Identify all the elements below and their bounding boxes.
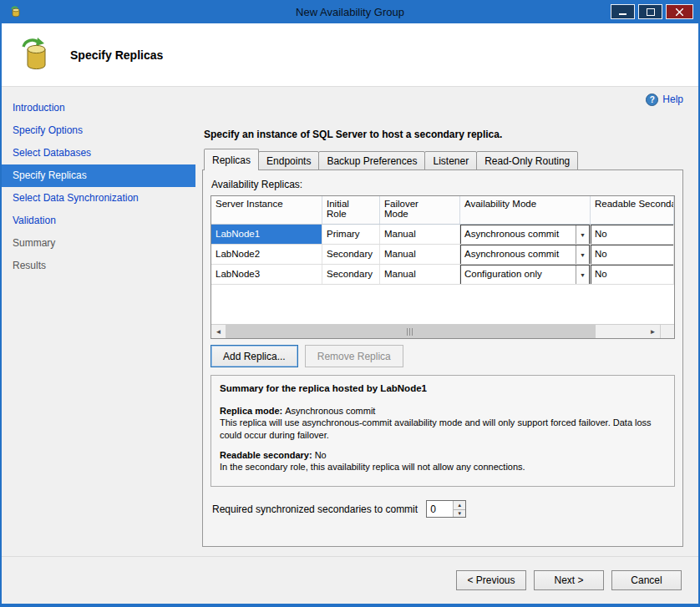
- availability-mode-combo[interactable]: Configuration only ▼: [460, 265, 590, 284]
- close-button[interactable]: [666, 4, 693, 19]
- window-title: New Availability Group: [2, 6, 698, 18]
- maximize-icon: [647, 8, 655, 16]
- tab-read-only-routing[interactable]: Read-Only Routing: [476, 151, 578, 170]
- chevron-down-icon[interactable]: ▼: [576, 225, 589, 244]
- maximize-button[interactable]: [638, 4, 662, 19]
- h-scrollbar[interactable]: ◄ ►: [211, 324, 674, 338]
- add-replica-button[interactable]: Add Replica...: [211, 345, 298, 367]
- minimize-icon: [619, 8, 626, 16]
- spinner-up-icon[interactable]: ▲: [454, 501, 465, 509]
- required-secondaries-row: Required synchronized secondaries to com…: [212, 500, 675, 518]
- column-header-server-instance[interactable]: Server Instance: [211, 196, 322, 224]
- table-row[interactable]: LabNode2 Secondary Manual Asynchronous c…: [211, 245, 674, 265]
- sidebar-item-introduction[interactable]: Introduction: [2, 97, 195, 119]
- new-availability-group-window: New Availability Group Specify Replicas …: [0, 0, 700, 607]
- main-content: ? Help Specify an instance of SQL Server…: [195, 87, 698, 556]
- combo-value: Asynchronous commit: [461, 245, 576, 264]
- wizard-body: Introduction Specify Options Select Data…: [2, 87, 698, 556]
- remove-replica-button: Remove Replica: [305, 345, 403, 367]
- cell-initial-role[interactable]: Secondary: [322, 265, 380, 284]
- window-controls: [611, 4, 693, 19]
- chevron-down-icon[interactable]: ▼: [576, 245, 589, 264]
- cancel-button[interactable]: Cancel: [611, 570, 682, 590]
- tab-endpoints[interactable]: Endpoints: [258, 151, 319, 170]
- scroll-track[interactable]: [226, 325, 646, 338]
- readable-secondary-combo[interactable]: No ▼: [591, 265, 674, 284]
- scroll-thumb-grip-icon: [407, 328, 413, 336]
- cell-initial-role[interactable]: Secondary: [322, 245, 380, 264]
- replica-mode-description: This replica will use asynchronous-commi…: [220, 417, 666, 441]
- scroll-thumb[interactable]: [226, 325, 596, 338]
- replicas-tab-panel: Availability Replicas: Server Instance I…: [202, 169, 683, 547]
- wizard-header: Specify Replicas: [2, 23, 698, 87]
- availability-group-icon: [17, 36, 55, 74]
- instruction-text: Specify an instance of SQL Server to hos…: [204, 129, 683, 140]
- replica-buttons-row: Add Replica... Remove Replica: [211, 345, 675, 367]
- cell-server-instance[interactable]: LabNode2: [211, 245, 322, 264]
- readable-secondary-combo[interactable]: No ▼: [591, 245, 674, 264]
- grid-rows: LabNode1 Primary Manual Asynchronous com…: [211, 225, 674, 324]
- readable-secondary-combo[interactable]: No ▼: [591, 225, 674, 244]
- replicas-grid: Server Instance Initial Role Failover Mo…: [211, 195, 675, 339]
- column-header-availability-mode[interactable]: Availability Mode: [460, 196, 591, 224]
- summary-title: Summary for the replica hosted by LabNod…: [220, 382, 666, 395]
- sidebar-item-results: Results: [2, 255, 195, 277]
- readable-secondary-line: Readable secondary:No: [220, 449, 666, 461]
- sidebar-item-summary: Summary: [2, 232, 195, 255]
- replica-mode-value: Asynchronous commit: [285, 406, 375, 416]
- cell-availability-mode: Configuration only ▼: [460, 265, 591, 284]
- combo-value: No: [591, 245, 674, 264]
- required-secondaries-spinner[interactable]: ▲ ▼: [426, 500, 466, 518]
- cell-availability-mode: Asynchronous commit ▼: [460, 225, 591, 244]
- next-button[interactable]: Next >: [534, 570, 604, 590]
- sidebar-item-specify-options[interactable]: Specify Options: [2, 119, 195, 142]
- sidebar-item-select-data-sync[interactable]: Select Data Synchronization: [2, 187, 195, 210]
- close-icon: [676, 8, 683, 16]
- replica-mode-label: Replica mode:: [220, 406, 282, 416]
- sidebar-item-select-databases[interactable]: Select Databases: [2, 142, 195, 164]
- readable-secondary-label: Readable secondary:: [220, 450, 312, 460]
- app-icon: [8, 5, 22, 18]
- combo-value: Asynchronous commit: [461, 225, 576, 244]
- table-row[interactable]: LabNode1 Primary Manual Asynchronous com…: [211, 225, 674, 245]
- minimize-button[interactable]: [611, 4, 635, 19]
- cell-server-instance[interactable]: LabNode1: [211, 225, 322, 244]
- cell-failover-mode[interactable]: Manual: [380, 225, 460, 244]
- titlebar[interactable]: New Availability Group: [2, 0, 698, 23]
- scroll-left-button[interactable]: ◄: [211, 325, 226, 338]
- tab-backup-preferences[interactable]: Backup Preferences: [318, 151, 425, 170]
- help-row: ? Help: [202, 92, 683, 107]
- previous-button[interactable]: < Previous: [456, 570, 526, 590]
- cell-failover-mode[interactable]: Manual: [380, 245, 460, 264]
- cell-failover-mode[interactable]: Manual: [380, 265, 460, 284]
- availability-mode-combo[interactable]: Asynchronous commit ▼: [460, 225, 590, 244]
- tab-replicas[interactable]: Replicas: [204, 149, 259, 170]
- availability-replicas-label: Availability Replicas:: [211, 179, 675, 190]
- required-secondaries-input[interactable]: [427, 501, 453, 517]
- wizard-footer: < Previous Next > Cancel: [2, 556, 698, 604]
- cell-server-instance[interactable]: LabNode3: [211, 265, 322, 284]
- help-icon[interactable]: ?: [646, 94, 658, 106]
- cell-initial-role[interactable]: Primary: [322, 225, 380, 244]
- sidebar-item-specify-replicas[interactable]: Specify Replicas: [2, 164, 195, 187]
- sidebar-item-validation[interactable]: Validation: [2, 210, 195, 232]
- tab-strip: Replicas Endpoints Backup Preferences Li…: [204, 149, 683, 170]
- spinner-down-icon[interactable]: ▼: [454, 509, 465, 518]
- scroll-right-button[interactable]: ►: [646, 325, 660, 338]
- readable-secondary-value: No: [315, 450, 327, 460]
- cell-availability-mode: Asynchronous commit ▼: [460, 245, 591, 264]
- replica-mode-line: Replica mode:Asynchronous commit: [220, 405, 666, 417]
- availability-mode-combo[interactable]: Asynchronous commit ▼: [460, 245, 590, 264]
- wizard-steps-sidebar: Introduction Specify Options Select Data…: [2, 87, 195, 556]
- tab-listener[interactable]: Listener: [424, 151, 477, 170]
- help-link[interactable]: Help: [662, 94, 683, 105]
- readable-secondary-description: In the secondary role, this availability…: [220, 461, 666, 473]
- cell-readable-secondary: No ▼: [591, 265, 674, 284]
- chevron-down-icon[interactable]: ▼: [576, 266, 589, 284]
- column-header-failover-mode[interactable]: Failover Mode: [380, 196, 460, 224]
- combo-value: No: [591, 225, 674, 244]
- column-header-initial-role[interactable]: Initial Role: [322, 196, 380, 224]
- table-row[interactable]: LabNode3 Secondary Manual Configuration …: [211, 265, 674, 285]
- column-header-readable-secondary[interactable]: Readable Secondary: [591, 196, 674, 224]
- combo-value: Configuration only: [461, 266, 576, 284]
